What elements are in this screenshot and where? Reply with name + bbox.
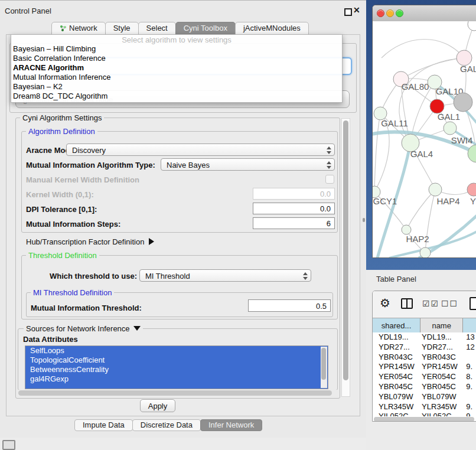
algorithm-definition-title: Algorithm Definition	[26, 128, 97, 135]
table-row[interactable]: YIL052CYIL052C9	[373, 412, 476, 416]
sources-group-toggle[interactable]: Sources for Network Inference	[24, 325, 143, 332]
hub-definition-toggle[interactable]: Hub/Transcription Factor Definition	[26, 237, 154, 246]
settings-group-title: Cyni Algorithm Settings	[20, 114, 104, 122]
table-cell: YBR045C	[420, 382, 463, 392]
tab-label: Select	[146, 22, 168, 34]
attribute-list-item[interactable]: BetweennessCentrality	[25, 365, 328, 374]
table-row[interactable]: YBL079WYBL079W	[373, 392, 476, 402]
attribute-list-item[interactable]: gal4RGexp	[25, 374, 328, 384]
mi-threshold-field[interactable]: 0.5	[248, 299, 331, 312]
dropdown-item[interactable]: Basic Correlation Inference	[11, 54, 342, 63]
network-canvas[interactable]: GALGAL80GAL10GAL1GAL11SWI4GAL4GCY1HAP4YH…	[373, 21, 476, 258]
deselect-checkboxes-icon[interactable]: ☐☐	[441, 299, 458, 308]
minimize-window-button[interactable]	[386, 9, 394, 17]
select-all-checkboxes-icon[interactable]: ☑☑	[422, 299, 439, 308]
list-scrollbar[interactable]	[321, 347, 327, 388]
table-cell: YER054C	[373, 372, 420, 382]
tab-cyni-toolbox[interactable]: Cyni Toolbox	[175, 22, 236, 35]
kernel-width-field[interactable]: 0.0	[253, 188, 335, 200]
close-window-button[interactable]	[377, 9, 384, 17]
network-node[interactable]	[454, 93, 472, 112]
dpi-tolerance-field[interactable]: 0.0	[253, 203, 335, 214]
mi-type-value: Naive Bayes	[167, 161, 210, 169]
network-node-hap4[interactable]	[429, 183, 442, 196]
mi-steps-field[interactable]: 6	[253, 217, 335, 229]
tab-label: Infer Network	[208, 420, 254, 429]
settings-gear-icon[interactable]: ⚙	[380, 296, 390, 310]
network-node-swi4[interactable]	[444, 122, 457, 135]
panel-splitter-handle[interactable]	[363, 218, 365, 222]
split-panel-icon[interactable]	[401, 298, 413, 309]
network-graph: GALGAL80GAL10GAL1GAL11SWI4GAL4GCY1HAP4YH…	[373, 21, 476, 258]
attribute-list-item[interactable]: TopologicalCoefficient	[25, 356, 328, 365]
table-row[interactable]: YDL19...YDL19...13	[373, 332, 476, 343]
scrollbar-thumb[interactable]	[321, 348, 326, 380]
which-threshold-value: MI Threshold	[145, 272, 190, 281]
attribute-list-item[interactable]: SelfLoops	[25, 346, 328, 356]
which-threshold-label: Which threshold to use:	[50, 272, 137, 281]
document-icon[interactable]	[470, 297, 476, 310]
scrollbar-thumb[interactable]	[343, 120, 348, 380]
manual-kernel-width-checkbox[interactable]	[325, 175, 334, 184]
network-node-y[interactable]	[467, 183, 476, 196]
zoom-window-button[interactable]	[396, 9, 403, 17]
dropdown-item[interactable]: Mutual Information Inference	[11, 73, 342, 82]
dropdown-item[interactable]: ARACNE Algorithm	[11, 63, 342, 73]
data-attributes-list[interactable]: SelfLoopsTopologicalCoefficientBetweenne…	[25, 345, 328, 389]
table-row[interactable]: YBR045CYBR045C9.	[373, 382, 476, 392]
tab-infer-network[interactable]: Infer Network	[200, 419, 262, 431]
docked-panel-icon[interactable]	[2, 440, 15, 450]
network-node-hap2[interactable]	[402, 225, 411, 234]
which-threshold-combo[interactable]: MI Threshold	[139, 269, 311, 282]
table-row[interactable]: YER054CYER054C8.	[373, 372, 476, 382]
scrollbar-thumb[interactable]	[374, 417, 474, 422]
table-window[interactable]: ⚙ ☑☑ ☐☐ shared...name YDL19...YDL19...13…	[372, 291, 476, 422]
float-panel-icon[interactable]	[344, 8, 352, 16]
settings-horizontal-scrollbar[interactable]	[18, 390, 338, 396]
scrollbar-thumb[interactable]	[18, 390, 332, 396]
node-label: GAL4	[410, 149, 433, 159]
table-cell	[463, 392, 476, 402]
column-header[interactable]	[463, 318, 476, 333]
table-row[interactable]: YDR27...YDR27...12	[373, 343, 476, 353]
table-cell: YDR27...	[420, 343, 463, 353]
table-row[interactable]: YPR145WYPR145W9.	[373, 362, 476, 372]
column-header[interactable]: name	[420, 318, 463, 333]
tab-network[interactable]: Network	[51, 22, 106, 35]
data-attributes-label: Data Attributes	[21, 335, 80, 344]
table-cell: YBR043C	[373, 353, 420, 363]
column-header[interactable]: shared...	[373, 318, 420, 333]
table-cell: YBR045C	[373, 382, 420, 392]
tab-impute-data[interactable]: Impute Data	[74, 419, 133, 431]
threshold-definition-title: Threshold Definition	[26, 252, 99, 259]
table-row[interactable]: YBR043CYBR043C	[373, 353, 476, 363]
dpi-tolerance-label: DPI Tolerance [0,1]:	[26, 205, 97, 214]
network-node[interactable]	[468, 145, 476, 162]
table-cell	[463, 353, 476, 363]
tab-label: Discretize Data	[141, 420, 193, 429]
mi-type-combo[interactable]: Naive Bayes	[161, 158, 335, 171]
algorithm-dropdown[interactable]: Select algorithm to view settings Bayesi…	[11, 34, 343, 103]
dropdown-item[interactable]: Dream8 DC_TDC Algorithm	[11, 92, 342, 101]
network-window-titlebar[interactable]	[373, 5, 476, 22]
tab-jactivemnodules[interactable]: jActiveMNodules	[235, 22, 309, 35]
aracne-mode-combo[interactable]: Discovery	[66, 144, 335, 156]
network-view-window[interactable]: GALGAL80GAL10GAL1GAL11SWI4GAL4GCY1HAP4YH…	[372, 5, 476, 258]
node-label: GAL1	[438, 112, 460, 122]
tab-select[interactable]: Select	[138, 22, 176, 35]
settings-vertical-scrollbar[interactable]	[341, 118, 350, 397]
close-panel-icon[interactable]: ✕	[353, 5, 360, 15]
apply-button[interactable]: Apply	[140, 399, 175, 412]
tab-discretize-data[interactable]: Discretize Data	[132, 419, 201, 431]
network-node[interactable]	[468, 21, 476, 31]
table-cell: 12	[463, 343, 476, 353]
network-edge	[374, 113, 380, 192]
node-label: HAP4	[436, 196, 459, 206]
network-node[interactable]	[420, 247, 431, 258]
dropdown-item[interactable]: Bayesian – Hill Climbing	[11, 44, 342, 54]
mi-threshold-group-title: MI Threshold Definition	[31, 289, 114, 296]
table-row[interactable]: YLR345WYLR345W9.	[373, 402, 476, 412]
table-horizontal-scrollbar[interactable]	[374, 417, 474, 422]
dropdown-item[interactable]: Bayesian – K2	[11, 82, 342, 92]
tab-style[interactable]: Style	[105, 22, 139, 35]
